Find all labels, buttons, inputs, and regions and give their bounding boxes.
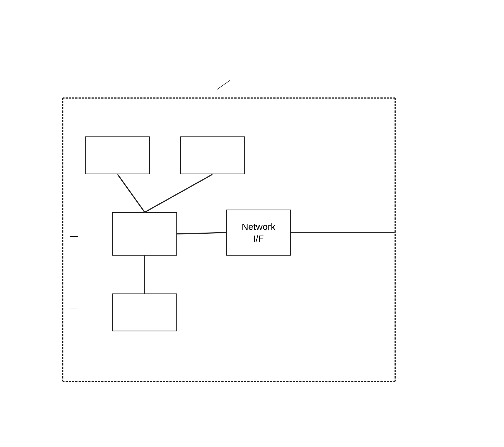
cpu-box <box>112 212 177 256</box>
component-number-201: — <box>69 231 78 240</box>
svg-line-0 <box>118 174 145 212</box>
display-box <box>180 136 245 174</box>
component-number-202: — <box>69 303 78 312</box>
svg-line-2 <box>177 233 226 234</box>
handset-box <box>85 136 150 174</box>
memory-box <box>112 293 177 331</box>
network-if-box: NetworkI/F <box>226 210 291 256</box>
network-if-label: NetworkI/F <box>242 221 276 244</box>
ip-phone-container: NetworkI/F — — <box>62 97 396 382</box>
ip-phone-arrow <box>217 80 230 90</box>
svg-line-1 <box>145 174 212 212</box>
